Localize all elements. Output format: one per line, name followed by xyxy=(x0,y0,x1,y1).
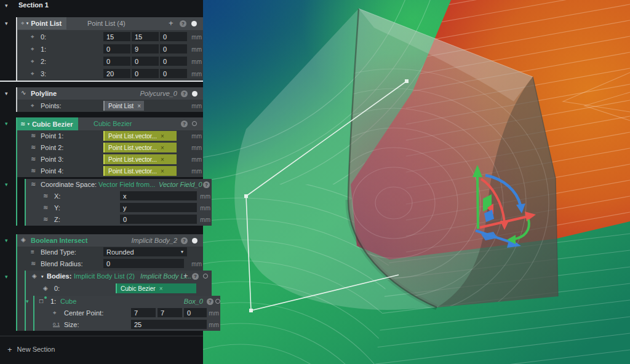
row-label: Z: xyxy=(54,216,60,223)
chevron-down-icon[interactable]: ▾ xyxy=(27,122,30,127)
help-icon[interactable]: ? xyxy=(180,20,186,27)
value-input[interactable]: 0 xyxy=(103,44,130,53)
value-input[interactable]: 0 xyxy=(132,69,159,78)
point-icon: ⌖ xyxy=(31,34,34,40)
control-point-2[interactable] xyxy=(249,309,253,312)
unit-label: mm xyxy=(185,168,202,175)
collapse-icon[interactable]: ▾ xyxy=(5,19,8,28)
visibility-outline-icon[interactable] xyxy=(192,121,197,126)
vector-chip[interactable]: Point List.vector... × xyxy=(103,131,177,141)
value-input[interactable]: 0 xyxy=(160,57,187,66)
value-input[interactable]: 9 xyxy=(132,44,159,53)
visibility-outline-icon[interactable] xyxy=(215,299,220,304)
value-input[interactable]: 15 xyxy=(132,32,159,41)
row-label: Point 4: xyxy=(41,167,63,175)
unit-label: mm xyxy=(194,205,210,212)
row-label: 0: xyxy=(54,285,60,292)
add-item-icon[interactable]: + xyxy=(169,20,173,26)
row-label: Point 2: xyxy=(41,144,63,151)
field-icon: ≋ xyxy=(31,133,36,139)
unit-label: mm xyxy=(185,46,202,53)
remove-chip-icon[interactable]: × xyxy=(159,285,163,292)
viewport-3d[interactable] xyxy=(203,0,630,364)
gizmo-y-axis[interactable] xyxy=(477,176,478,229)
visibility-dot-icon[interactable] xyxy=(192,238,197,243)
visibility-outline-icon[interactable] xyxy=(203,274,208,279)
help-icon[interactable]: ? xyxy=(207,298,213,305)
remove-chip-icon[interactable]: × xyxy=(161,156,164,163)
value-input[interactable]: y xyxy=(120,203,197,212)
new-section-button[interactable]: + New Section xyxy=(7,343,55,355)
chip-label: Cubic Bezier xyxy=(121,285,156,292)
cube-title[interactable]: Cube xyxy=(60,298,76,305)
blend-type-dropdown[interactable]: Rounded ▾ xyxy=(103,247,187,256)
block-indent-bar xyxy=(16,17,17,81)
point-list-icon: ⌖ xyxy=(21,20,25,26)
cube-status-dot xyxy=(44,296,47,299)
chevron-down-icon[interactable]: ▾ xyxy=(26,21,29,26)
section-title: Section 1 xyxy=(18,1,49,9)
remove-chip-icon[interactable]: × xyxy=(161,168,164,175)
value-input[interactable]: 0 xyxy=(120,215,197,224)
visibility-dot-icon[interactable] xyxy=(191,21,197,26)
app-window: ▾ Section 1 ▾ ⌖ ▾ Point List Point List … xyxy=(0,0,630,364)
point-list-tab[interactable]: ⌖ ▾ Point List xyxy=(18,17,66,30)
blend-radius-input[interactable]: 0 xyxy=(103,259,184,268)
help-icon[interactable]: ? xyxy=(181,90,188,97)
collapse-icon[interactable]: ▾ xyxy=(5,119,8,128)
cubic-bezier-tab-label: Cubic Bezier xyxy=(32,121,73,128)
collapse-icon[interactable]: ▾ xyxy=(5,1,8,10)
value-input[interactable]: x xyxy=(120,191,197,200)
vector-chip[interactable]: Point List.vector... × xyxy=(103,166,177,176)
help-icon[interactable]: ? xyxy=(181,121,188,127)
row-label: 3: xyxy=(41,70,46,77)
value-input[interactable]: 0 xyxy=(160,32,187,41)
cubic-bezier-title: Cubic Bezier xyxy=(94,120,132,127)
unit-label: mm xyxy=(185,144,202,151)
remove-chip-icon[interactable]: × xyxy=(161,133,164,140)
point-list-chip[interactable]: Point List × xyxy=(103,101,144,111)
value-input[interactable]: 0 xyxy=(184,308,207,317)
collapse-icon[interactable]: ▾ xyxy=(5,89,8,98)
remove-chip-icon[interactable]: × xyxy=(137,103,141,109)
bodies-value[interactable]: Implicit Body List (2) xyxy=(74,272,135,280)
scalar-icon: 0.1 xyxy=(53,322,60,327)
value-input[interactable]: 0 xyxy=(160,69,187,78)
help-icon[interactable]: ? xyxy=(192,273,199,280)
size-input[interactable]: 25 xyxy=(131,320,207,329)
row-label: 1: xyxy=(41,46,46,53)
collapse-icon[interactable]: ▾ xyxy=(5,236,8,245)
chip-label: Point List.vector... xyxy=(108,168,157,175)
cube-instance: Box_0 xyxy=(172,298,203,305)
value-input[interactable]: 20 xyxy=(103,69,130,78)
add-item-icon[interactable]: + xyxy=(183,272,188,279)
remove-chip-icon[interactable]: × xyxy=(161,144,164,151)
unit-label: mm xyxy=(185,103,202,109)
vector-chip[interactable]: Point List.vector... × xyxy=(103,143,177,152)
control-point-0[interactable] xyxy=(405,79,409,83)
value-input[interactable]: 15 xyxy=(103,32,130,41)
divider xyxy=(0,336,203,336)
cubic-bezier-chip[interactable]: Cubic Bezier × xyxy=(116,283,196,293)
help-icon[interactable]: ? xyxy=(203,181,210,188)
control-point-1[interactable] xyxy=(244,194,248,198)
value-input[interactable]: 7 xyxy=(131,308,156,317)
block-indent-bar xyxy=(16,87,17,112)
value-input[interactable]: 0 xyxy=(160,44,187,53)
value-input[interactable]: 7 xyxy=(158,308,182,317)
chevron-down-icon[interactable]: ▾ xyxy=(41,274,44,279)
collapse-icon[interactable]: ▾ xyxy=(26,297,29,306)
unit-label: mm xyxy=(185,58,202,65)
help-icon[interactable]: ? xyxy=(181,237,188,244)
block-indent-bar-green xyxy=(25,179,26,226)
collapse-icon[interactable]: ▾ xyxy=(5,272,8,281)
value-input[interactable]: 0 xyxy=(132,57,159,66)
bodies-label: Bodies: xyxy=(47,272,71,280)
cubic-bezier-tab[interactable]: ≋ ▾ Cubic Bezier xyxy=(17,117,78,130)
vector-chip[interactable]: Point List.vector... × xyxy=(103,154,177,164)
coordinate-space-value[interactable]: Vector Field from... xyxy=(98,181,155,188)
value-input[interactable]: 0 xyxy=(103,57,130,66)
unit-label: mm xyxy=(194,216,210,223)
collapse-icon[interactable]: ▾ xyxy=(5,180,8,189)
visibility-dot-icon[interactable] xyxy=(192,91,197,97)
